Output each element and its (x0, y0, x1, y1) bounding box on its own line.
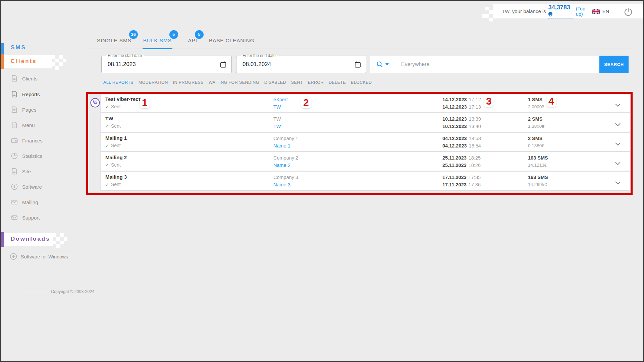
sidebar-item-label: Software (22, 184, 42, 190)
pixel-decor (482, 14, 485, 18)
report-status: ✓Sent (105, 104, 121, 109)
chevron-down-icon[interactable] (615, 102, 621, 108)
sidebar-item-software-for-windows[interactable]: Software for Windows (9, 252, 68, 261)
report-title: Mailing 1 (105, 135, 127, 141)
filter-disabled[interactable]: DISABLED (264, 80, 286, 85)
start-datetime: 04.12.202318:53 (442, 136, 481, 141)
sidebar-section-downloads[interactable]: Downloads (11, 236, 50, 242)
report-row[interactable]: Mailing 2 ✓Sent Company 2 Name 2 25.11.2… (100, 152, 631, 171)
sidebar-item-finances[interactable]: Finances (11, 137, 43, 144)
filter-sent[interactable]: SENT (291, 80, 303, 85)
tab-bulk-sms[interactable]: BULK SMS 5 (143, 34, 172, 49)
start-date-input[interactable] (108, 56, 199, 73)
report-status: ✓Sent (105, 143, 121, 148)
document-icon (11, 168, 18, 175)
tab-label: BASE CLEANING (209, 38, 254, 43)
sms-count: 2 SMS (528, 136, 543, 141)
filter-in-progress[interactable]: IN PROGRESS (173, 80, 204, 85)
filter-error[interactable]: ERROR (308, 80, 324, 85)
logout-power-icon[interactable] (624, 7, 633, 16)
filter-all-reports[interactable]: ALL REPORTS (103, 80, 133, 85)
chevron-down-icon[interactable] (615, 180, 621, 186)
sidebar-item-site[interactable]: Site (11, 168, 31, 175)
document-icon (11, 90, 18, 98)
start-datetime: 17.11.202317:35 (442, 175, 481, 180)
downloads-section-bar (1, 232, 4, 247)
sms-count: 1 SMS (528, 97, 543, 102)
company-label: Company 1 (273, 136, 298, 141)
language-selector[interactable]: EN (602, 9, 609, 14)
balance-panel: TW, your balance is 34,3783 ₴ (Top up) E… (493, 4, 644, 18)
report-row[interactable]: TW ✓Sent TW TW 10.12.202313:39 10.12.202… (100, 113, 631, 132)
download-icon (9, 252, 17, 260)
report-status: ✓Sent (105, 162, 121, 168)
sidebar-item-menu[interactable]: Menu (11, 121, 35, 129)
end-date-input[interactable] (243, 56, 333, 73)
sidebar-item-label: Site (22, 169, 31, 174)
sender-link[interactable]: TW (273, 124, 281, 129)
end-date-field: Enter the end date (236, 56, 366, 73)
calendar-icon[interactable] (220, 61, 227, 69)
sender-link[interactable]: Name 1 (273, 143, 290, 148)
envelope-icon (11, 198, 18, 206)
sidebar-item-statistics[interactable]: Statistics (11, 152, 42, 160)
sidebar-item-clients[interactable]: Clients (11, 75, 38, 82)
company-link[interactable]: eXpert (273, 97, 288, 102)
balance-prefix: TW, your balance is (502, 8, 546, 14)
sidebar-item-pages[interactable]: Pages (11, 106, 37, 113)
start-date-field: Enter the start date (101, 56, 232, 73)
search-bar: SEARCH (370, 56, 629, 73)
sms-count: 2 SMS (528, 116, 543, 122)
document-icon (11, 121, 18, 129)
document-icon (11, 75, 18, 82)
tab-base-cleaning[interactable]: BASE CLEANING (208, 34, 255, 49)
footer: Copyright © 2008-2024 (1, 289, 644, 296)
search-input[interactable] (395, 61, 599, 67)
chevron-down-icon[interactable] (615, 160, 621, 166)
sidebar-item-reports[interactable]: Reports (11, 90, 40, 98)
sidebar-section-sms[interactable]: SMS (11, 44, 26, 51)
tab-api[interactable]: API 5 (187, 34, 198, 49)
sidebar-section-clients[interactable]: Clients (11, 58, 37, 65)
report-row[interactable]: Mailing 3 ✓Sent Company 3 Name 3 17.11.2… (100, 171, 631, 190)
chevron-down-icon[interactable] (615, 121, 621, 127)
top-up-link[interactable]: (Top up) (576, 6, 592, 17)
filter-moderation[interactable]: MODERATION (139, 80, 168, 85)
envelope-icon (11, 214, 18, 221)
balance-amount[interactable]: 34,3783 ₴ (548, 4, 574, 18)
report-row[interactable]: Test viber-тест ✓Sent eXpert TW 14.12.20… (100, 94, 631, 113)
check-icon: ✓ (105, 143, 109, 148)
filter-waiting-for-sending[interactable]: WAITING FOR SENDING (209, 80, 259, 85)
report-title: Mailing 2 (105, 155, 127, 160)
sidebar-item-support[interactable]: Support (11, 214, 40, 221)
filter-delete[interactable]: DELETE (329, 80, 346, 85)
calendar-icon[interactable] (354, 61, 361, 69)
tab-label: API (188, 38, 197, 43)
sidebar-item-label: Support (22, 215, 40, 221)
company-label: Company 2 (273, 155, 298, 161)
uk-flag-icon[interactable] (592, 9, 600, 14)
app-window: TW, your balance is 34,3783 ₴ (Top up) E… (0, 0, 644, 362)
tab-single-sms[interactable]: SINGLE SMS 36 (96, 34, 132, 49)
sender-link[interactable]: Name 2 (273, 163, 290, 168)
end-datetime: 04.12.202318:54 (442, 143, 481, 148)
search-scope-dropdown[interactable] (370, 56, 395, 73)
tab-badge: 5 (169, 30, 178, 39)
sender-link[interactable]: Name 3 (273, 182, 290, 187)
sender-link[interactable]: TW (273, 104, 281, 110)
sidebar-item-mailing[interactable]: Mailing (11, 198, 38, 206)
chevron-down-icon[interactable] (615, 141, 621, 147)
sidebar-item-software[interactable]: Software (11, 183, 42, 190)
report-status: ✓Sent (105, 123, 121, 129)
check-icon: ✓ (105, 104, 109, 109)
sms-cost: 1.3800₴ (528, 124, 544, 129)
end-datetime: 17.11.202317:36 (442, 182, 481, 187)
search-button[interactable]: SEARCH (599, 56, 629, 73)
end-datetime: 10.12.202313:40 (442, 124, 481, 129)
filter-blocked[interactable]: BLOCKED (351, 80, 372, 85)
company-label: TW (273, 116, 281, 122)
report-row[interactable]: Mailing 1 ✓Sent Company 1 Name 1 04.12.2… (100, 132, 631, 152)
pixel-decor (53, 241, 56, 244)
report-title: Mailing 3 (105, 174, 127, 180)
check-icon: ✓ (105, 163, 109, 168)
